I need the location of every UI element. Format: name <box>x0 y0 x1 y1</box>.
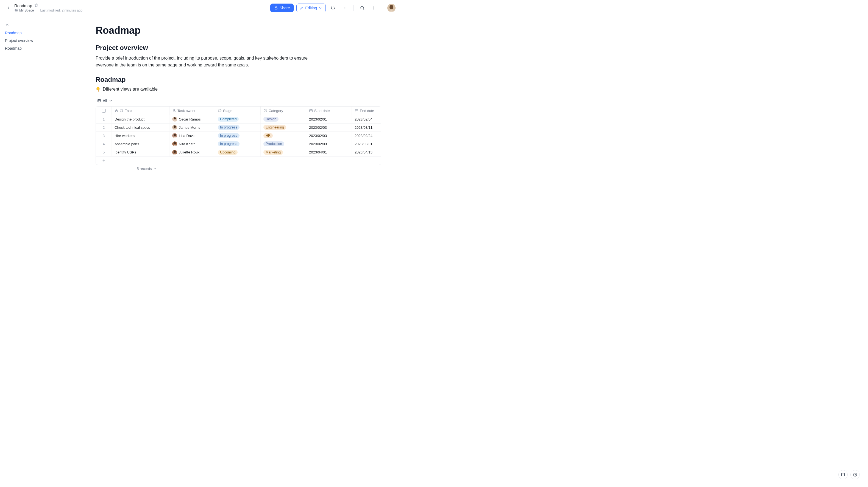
table-row[interactable]: 4Assemble partsNita KhatriIn progressPro… <box>96 140 381 148</box>
search-button[interactable] <box>358 4 367 12</box>
owner-cell[interactable]: Oscar Ramos <box>169 115 215 123</box>
doc-title-block: Roadmap My Space | Last modified: 2 minu… <box>14 3 83 12</box>
category-cell[interactable]: Design <box>261 115 306 123</box>
more-menu-button[interactable] <box>340 4 349 12</box>
user-avatar[interactable] <box>387 4 396 12</box>
task-cell[interactable]: Assemble parts <box>112 140 169 148</box>
outline-sidebar: RoadmapProject overviewRoadmap <box>0 16 55 184</box>
task-cell[interactable]: Design the product <box>112 115 169 123</box>
task-cell[interactable]: Identify USPs <box>112 148 169 157</box>
start-date-cell[interactable]: 2023/02/03 <box>306 124 352 131</box>
row-number: 3 <box>96 132 112 140</box>
col-start-date[interactable]: Start date <box>306 106 352 115</box>
owner-cell[interactable]: Lisa Davis <box>169 132 215 140</box>
topbar: Roadmap My Space | Last modified: 2 minu… <box>0 0 400 16</box>
text-icon <box>120 109 124 112</box>
header-separator <box>353 5 353 11</box>
plus-icon <box>102 159 106 163</box>
roadmap-table: Task Task owner Stage Category <box>96 106 381 165</box>
section-heading-roadmap[interactable]: Roadmap <box>96 76 381 84</box>
person-icon <box>172 109 176 112</box>
caret-down-icon[interactable] <box>153 167 157 171</box>
stage-cell[interactable]: Upcoming <box>215 148 261 157</box>
stage-badge: Upcoming <box>218 150 238 155</box>
double-chevron-left-icon <box>5 23 9 27</box>
svg-rect-18 <box>310 109 313 112</box>
calendar-icon <box>309 109 313 112</box>
start-date-cell[interactable]: 2023/02/03 <box>306 132 352 140</box>
avatar-icon <box>172 133 177 138</box>
lock-icon <box>115 109 118 112</box>
notifications-button[interactable] <box>329 4 337 12</box>
category-cell[interactable]: Engineering <box>261 124 306 131</box>
owner-cell[interactable]: James Morris <box>169 124 215 131</box>
category-cell[interactable]: Production <box>261 140 306 148</box>
col-task[interactable]: Task <box>112 106 169 115</box>
section-heading-overview[interactable]: Project overview <box>96 44 381 52</box>
table-row[interactable]: 2Check technical specsJames MorrisIn pro… <box>96 124 381 132</box>
stage-badge: In progress <box>218 125 240 130</box>
status-icon <box>264 109 267 112</box>
views-hint-text[interactable]: 👇 Different views are available <box>96 87 381 92</box>
overview-paragraph[interactable]: Provide a brief introduction of the proj… <box>96 55 310 69</box>
end-date-cell[interactable]: 2023/03/11 <box>352 124 381 131</box>
start-date-cell[interactable]: 2023/02/03 <box>306 140 352 148</box>
end-date-cell[interactable]: 2023/02/24 <box>352 132 381 140</box>
row-number: 5 <box>96 148 112 157</box>
end-date-cell[interactable]: 2023/03/01 <box>352 140 381 148</box>
create-button[interactable] <box>369 4 378 12</box>
star-icon[interactable] <box>34 3 38 8</box>
row-number: 2 <box>96 124 112 131</box>
chevron-down-icon <box>109 99 113 103</box>
row-number: 1 <box>96 115 112 123</box>
start-date-cell[interactable]: 2023/02/01 <box>306 115 352 123</box>
category-cell[interactable]: Marketing <box>261 148 306 157</box>
col-end-date[interactable]: End date <box>352 106 381 115</box>
view-selector[interactable]: All <box>96 97 114 104</box>
svg-line-6 <box>363 9 364 10</box>
outline-item[interactable]: Project overview <box>5 37 50 44</box>
task-cell[interactable]: Hire workers <box>112 132 169 140</box>
table-row[interactable]: 5Identify USPsJuliette RouxUpcomingMarke… <box>96 148 381 157</box>
category-cell[interactable]: HR <box>261 132 306 140</box>
owner-cell[interactable]: Juliette Roux <box>169 148 215 157</box>
outline-item[interactable]: Roadmap <box>5 29 50 37</box>
record-count[interactable]: 5 records <box>137 167 152 171</box>
col-category[interactable]: Category <box>261 106 306 115</box>
share-button[interactable]: Share <box>270 4 293 12</box>
svg-point-16 <box>218 109 221 112</box>
outline-item[interactable]: Roadmap <box>5 44 50 52</box>
stage-cell[interactable]: Completed <box>215 115 261 123</box>
grid-icon <box>97 99 101 103</box>
table-header: Task Task owner Stage Category <box>96 106 381 115</box>
start-date-cell[interactable]: 2023/04/01 <box>306 148 352 157</box>
owner-cell[interactable]: Nita Khatri <box>169 140 215 148</box>
checkbox-icon[interactable] <box>102 109 106 112</box>
editing-mode-button[interactable]: Editing <box>297 4 326 12</box>
avatar-icon <box>172 141 177 146</box>
page-title[interactable]: Roadmap <box>96 25 381 36</box>
select-all-cell[interactable] <box>96 106 112 115</box>
table-row[interactable]: 1Design the productOscar RamosCompletedD… <box>96 115 381 124</box>
doc-title[interactable]: Roadmap <box>14 3 32 8</box>
space-breadcrumb[interactable]: My Space <box>14 8 34 12</box>
table-row[interactable]: 3Hire workersLisa DavisIn progressHR2023… <box>96 132 381 140</box>
collapse-outline-button[interactable] <box>5 23 9 27</box>
back-button[interactable] <box>4 4 12 12</box>
add-row-button[interactable] <box>96 157 381 165</box>
end-date-cell[interactable]: 2023/02/04 <box>352 115 381 123</box>
chevron-left-icon <box>6 6 10 10</box>
stage-cell[interactable]: In progress <box>215 124 261 131</box>
space-name: My Space <box>19 8 34 12</box>
lock-icon <box>274 6 278 10</box>
last-modified-text: Last modified: 2 minutes ago <box>40 8 82 12</box>
task-cell[interactable]: Check technical specs <box>112 124 169 131</box>
stage-badge: In progress <box>218 133 240 138</box>
category-badge: Design <box>264 117 279 122</box>
col-stage[interactable]: Stage <box>215 106 261 115</box>
owner-name: James Morris <box>179 126 200 130</box>
stage-cell[interactable]: In progress <box>215 140 261 148</box>
col-owner[interactable]: Task owner <box>169 106 215 115</box>
end-date-cell[interactable]: 2023/04/13 <box>352 148 381 157</box>
stage-cell[interactable]: In progress <box>215 132 261 140</box>
